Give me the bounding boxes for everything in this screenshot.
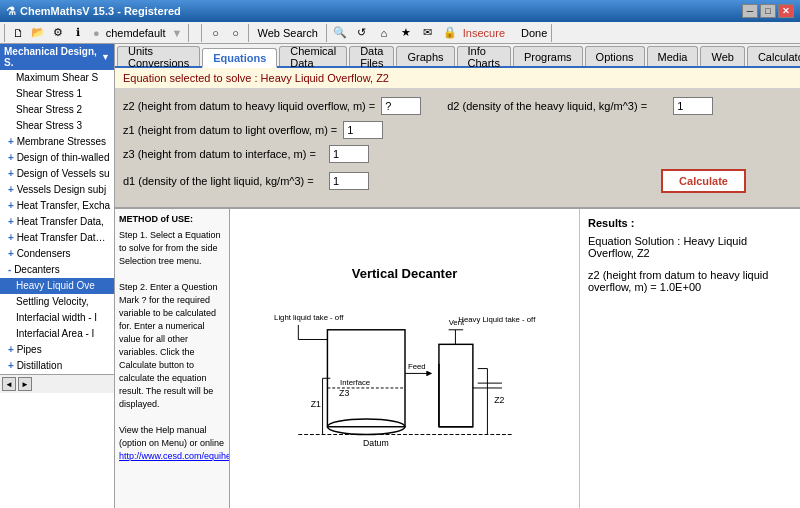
bottom-area: METHOD of USE: Step 1. Select a Equation…	[115, 207, 800, 508]
refresh-icon[interactable]: ↺	[353, 24, 371, 42]
sidebar-item-interfacial-area[interactable]: Interfacial Area - I	[0, 326, 114, 342]
app-title: ChemMathsV 15.3 - Registered	[20, 5, 181, 17]
eq-d2-label: d2 (density of the heavy liquid, kg/m^3)…	[447, 100, 667, 112]
eq-z1-input[interactable]	[343, 121, 383, 139]
eq-d1-label: d1 (density of the light liquid, kg/m^3)…	[123, 175, 323, 187]
sidebar-item-settling[interactable]: Settling Velocity,	[0, 294, 114, 310]
diagram-area: Vertical Decanter Datum	[230, 209, 580, 508]
method-panel: METHOD of USE: Step 1. Select a Equation…	[115, 209, 230, 508]
eq-z3-input[interactable]	[329, 145, 369, 163]
decanter-diagram: Datum Z1 Z3 Z2	[265, 291, 545, 451]
back-button[interactable]: ○	[206, 24, 224, 42]
eq-z3-label: z3 (height from datum to interface, m) =	[123, 148, 323, 160]
search-icon[interactable]: 🔍	[331, 24, 349, 42]
menu-bar: 🗋 📂 ⚙ ℹ ● chemdefault ▼ ○ ○ Web Search 🔍…	[0, 22, 800, 44]
app-icon: ⚗	[6, 5, 16, 18]
tab-bar: Units Conversions Equations Chemical Dat…	[115, 44, 800, 68]
profile-name: chemdefault	[106, 27, 166, 39]
sidebar-item-shear-stress-1[interactable]: Shear Stress 1	[0, 86, 114, 102]
sidebar-header: Mechanical Design, S. ▼	[0, 44, 114, 70]
sidebar-item-heat-transfer2[interactable]: + Heat Transfer Data,	[0, 214, 114, 230]
tab-equations[interactable]: Equations	[202, 48, 277, 68]
info-button[interactable]: ℹ	[69, 24, 87, 42]
sidebar-item-max-shear[interactable]: Maximum Shear S	[0, 70, 114, 86]
method-title: METHOD of USE:	[119, 213, 225, 226]
content-area: Units Conversions Equations Chemical Dat…	[115, 44, 800, 508]
bookmark-icon[interactable]: ★	[397, 24, 415, 42]
results-title: Results :	[588, 217, 792, 229]
settings-button[interactable]: ⚙	[49, 24, 67, 42]
sidebar: Mechanical Design, S. ▼ Maximum Shear S …	[0, 44, 115, 508]
tab-programs[interactable]: Programs	[513, 46, 583, 66]
datum-label: Datum	[363, 438, 389, 448]
eq-z2-input[interactable]	[381, 97, 421, 115]
minimize-button[interactable]: ─	[742, 4, 758, 18]
eq-z1-label: z1 (height from datum to light overflow,…	[123, 124, 337, 136]
maximize-button[interactable]: □	[760, 4, 776, 18]
interface-label: Interface	[340, 378, 370, 387]
sidebar-item-decanters[interactable]: - Decanters	[0, 262, 114, 278]
results-panel: Results : Equation Solution : Heavy Liqu…	[580, 209, 800, 508]
share-icon[interactable]: ✉	[419, 24, 437, 42]
method-step2: Step 2. Enter a Question Mark ? for the …	[119, 281, 225, 411]
sidebar-collapse[interactable]: ▼	[101, 52, 110, 62]
open-button[interactable]: 📂	[29, 24, 47, 42]
tab-calculator[interactable]: Calculator	[747, 46, 800, 66]
tab-chemical-data[interactable]: Chemical Data	[279, 46, 347, 66]
z2-label: Z2	[494, 395, 504, 405]
calculate-button[interactable]: Calculate	[661, 169, 746, 193]
tab-data-files[interactable]: Data Files	[349, 46, 394, 66]
sidebar-item-membrane[interactable]: + Membrane Stresses	[0, 134, 114, 150]
search-label: Web Search	[257, 27, 317, 39]
close-button[interactable]: ✕	[778, 4, 794, 18]
lock-icon: 🔒	[441, 24, 459, 42]
equation-area: Equation selected to solve : Heavy Liqui…	[115, 68, 800, 508]
method-help: View the Help manual (option on Menu) or…	[119, 424, 225, 463]
tab-media[interactable]: Media	[647, 46, 699, 66]
results-equation-label: Equation Solution : Heavy Liquid Overflo…	[588, 235, 792, 259]
heavy-takeoff-label: Heavy Liquid take - off	[458, 315, 536, 324]
sidebar-item-heat-transfer1[interactable]: + Heat Transfer, Excha	[0, 198, 114, 214]
svg-rect-2	[438, 344, 472, 426]
eq-row-2: z1 (height from datum to light overflow,…	[123, 121, 792, 139]
home-icon[interactable]: ⌂	[375, 24, 393, 42]
nav-left[interactable]: ◄	[2, 377, 16, 391]
z1-label: Z1	[310, 399, 320, 409]
feed-label: Feed	[407, 362, 425, 371]
tab-graphs[interactable]: Graphs	[396, 46, 454, 66]
sidebar-item-heavy-liquid[interactable]: Heavy Liquid Ove	[0, 278, 114, 294]
sidebar-item-thin-walled[interactable]: + Design of thin-walled	[0, 150, 114, 166]
tab-info-charts[interactable]: Info Charts	[457, 46, 511, 66]
equation-header-text: Equation selected to solve : Heavy Liqui…	[123, 72, 389, 84]
tab-web[interactable]: Web	[700, 46, 744, 66]
insecure-label: Insecure	[463, 27, 505, 39]
equation-header: Equation selected to solve : Heavy Liqui…	[115, 68, 800, 89]
sidebar-item-distillation[interactable]: + Distillation	[0, 358, 114, 374]
eq-row-3: z3 (height from datum to interface, m) =	[123, 145, 792, 163]
tab-options[interactable]: Options	[585, 46, 645, 66]
new-button[interactable]: 🗋	[9, 24, 27, 42]
sidebar-item-shear-stress-3[interactable]: Shear Stress 3	[0, 118, 114, 134]
sidebar-item-heat-transfer3[interactable]: + Heat Transfer Data, L	[0, 230, 114, 246]
done-label: Done	[521, 27, 547, 39]
results-value: z2 (height from datum to heavy liquid ov…	[588, 269, 792, 293]
sidebar-item-shear-stress-2[interactable]: Shear Stress 2	[0, 102, 114, 118]
method-step1: Step 1. Select a Equation to solve for f…	[119, 229, 225, 268]
tab-units[interactable]: Units Conversions	[117, 46, 200, 66]
eq-row-1: z2 (height from datum to heavy liquid ov…	[123, 97, 792, 115]
eq-row-4: d1 (density of the light liquid, kg/m^3)…	[123, 169, 792, 193]
nav-right[interactable]: ►	[18, 377, 32, 391]
sidebar-item-condensers[interactable]: + Condensers	[0, 246, 114, 262]
sidebar-item-pipes[interactable]: + Pipes	[0, 342, 114, 358]
eq-d1-input[interactable]	[329, 172, 369, 190]
sidebar-item-vessels-design[interactable]: + Design of Vessels su	[0, 166, 114, 182]
diagram-title: Vertical Decanter	[352, 266, 458, 281]
eq-d2-input[interactable]	[673, 97, 713, 115]
forward-button[interactable]: ○	[226, 24, 244, 42]
equation-form: z2 (height from datum to heavy liquid ov…	[115, 89, 800, 207]
sidebar-item-vessels-subj[interactable]: + Vessels Design subj	[0, 182, 114, 198]
sidebar-item-interfacial-width[interactable]: Interfacial width - I	[0, 310, 114, 326]
help-link[interactable]: http://www.cesd.com/equihelp.aspx	[119, 451, 230, 461]
title-bar: ⚗ ChemMathsV 15.3 - Registered ─ □ ✕	[0, 0, 800, 22]
sidebar-title: Mechanical Design, S.	[4, 46, 101, 68]
